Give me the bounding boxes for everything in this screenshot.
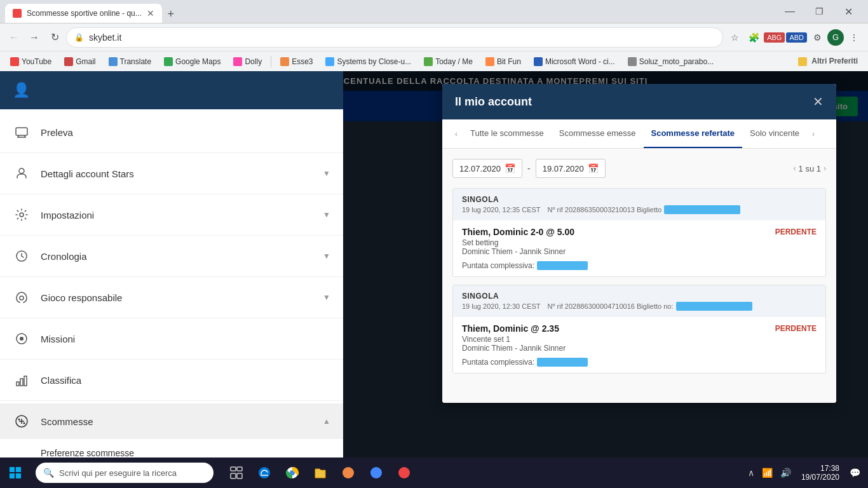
tab-scommesse-refertate[interactable]: Scommesse refertate <box>644 119 743 148</box>
new-tab-button[interactable]: + <box>162 5 180 23</box>
prev-page-arrow[interactable]: ‹ <box>794 164 796 173</box>
svg-rect-18 <box>10 467 15 472</box>
menu-button[interactable]: ⋮ <box>845 29 863 46</box>
menu-item-impostazioni[interactable]: Impostazioni ▼ <box>0 197 343 233</box>
bet-1-stake-blurred <box>537 261 588 270</box>
taskbar-chevron-icon[interactable]: ∧ <box>745 465 757 480</box>
bookmark-gmail[interactable]: Gmail <box>59 56 100 67</box>
bookmark-translate[interactable]: Translate <box>104 56 157 67</box>
preferenze-label: Preferenze scommesse <box>41 448 134 458</box>
next-page-arrow[interactable]: › <box>824 164 826 173</box>
taskbar-clock[interactable]: 17:38 19/07/2020 <box>796 464 844 482</box>
bookmarks-bar: YouTube Gmail Translate Google Maps Doll… <box>0 51 868 71</box>
menu-item-cronologia[interactable]: Cronologia ▼ <box>0 238 343 274</box>
back-button[interactable]: ← <box>5 29 23 46</box>
bookmark-msword[interactable]: Microsoft Word - ci... <box>529 56 620 67</box>
taskbar-volume-icon[interactable]: 🔊 <box>778 465 794 480</box>
bookmark-soluz[interactable]: Soluz_moto_parabo... <box>623 56 719 67</box>
menu-item-gioco-responsabile[interactable]: Gioco responsabile ▼ <box>0 280 343 315</box>
svg-rect-10 <box>17 382 19 386</box>
divider-4 <box>0 276 343 277</box>
taskbar-icon-unknown-1[interactable] <box>336 460 361 485</box>
divider-6 <box>0 359 343 360</box>
modal-title: Il mio account <box>455 95 532 109</box>
bookmark-star-button[interactable]: ☆ <box>726 29 743 46</box>
taskbar-network-icon[interactable]: 📶 <box>759 465 775 480</box>
bet-1-ref-row: 19 lug 2020, 12:35 CEST Nº rif 202886350… <box>462 205 817 214</box>
menu-item-scommesse[interactable]: Scommesse ▲ <box>0 403 343 439</box>
tab-tutte-scommesse[interactable]: Tutte le scommesse <box>463 119 552 148</box>
taskbar-icon-chrome[interactable] <box>280 460 305 485</box>
dettagli-label: Dettagli account Stars <box>41 168 313 179</box>
bookmark-bitfun[interactable]: Bit Fun <box>480 56 526 67</box>
gioco-arrow: ▼ <box>323 293 330 302</box>
bookmark-maps[interactable]: Google Maps <box>159 56 226 67</box>
divider-5 <box>0 318 343 318</box>
tabs-right-arrow[interactable]: › <box>807 125 820 144</box>
lock-icon: 🔒 <box>74 33 84 42</box>
bookmark-esse3[interactable]: Esse3 <box>275 56 318 67</box>
extensions-button[interactable]: 🧩 <box>745 29 763 46</box>
taskbar-icon-task-view[interactable] <box>224 460 249 485</box>
bookmark-youtube[interactable]: YouTube <box>5 56 57 67</box>
tab-scommesse-emesse[interactable]: Scommesse emesse <box>552 119 644 148</box>
tabs-bar: Scommesse sportive online - qu... ✕ + — … <box>0 0 868 23</box>
date-from-input[interactable]: 12.07.2020 📅 <box>452 159 522 178</box>
bet-2-ref-prefix: Nº rif 202886300004710016 Biglietto no: <box>548 302 674 310</box>
address-bar[interactable]: 🔒 skybet.it <box>66 27 723 48</box>
taskbar-icon-files[interactable] <box>308 460 333 485</box>
extensions-puzzle-button[interactable]: ⚙ <box>808 29 826 46</box>
bitfun-favicon <box>485 57 494 66</box>
bet-card-1-header: SINGOLA 19 lug 2020, 12:35 CEST Nº rif 2… <box>453 189 825 220</box>
menu-item-classifica[interactable]: Classifica <box>0 362 343 398</box>
scommesse-label: Scommesse <box>41 416 313 427</box>
bookmark-translate-label: Translate <box>120 57 152 66</box>
taskbar-icon-unknown-3[interactable] <box>391 460 417 485</box>
clock-date: 19/07/2020 <box>801 473 839 482</box>
modal-header: Il mio account ✕ <box>442 84 836 119</box>
date-to-input[interactable]: 19.07.2020 📅 <box>536 159 606 178</box>
bookmark-dolly[interactable]: Dolly <box>228 56 267 67</box>
menu-item-preleva[interactable]: Preleva <box>0 114 343 150</box>
active-tab[interactable]: Scommesse sportive online - qu... ✕ <box>5 4 162 23</box>
tab-close-button[interactable]: ✕ <box>147 8 154 18</box>
bookmark-dolly-label: Dolly <box>245 57 262 66</box>
bookmark-systems[interactable]: Systems by Close-u... <box>320 56 416 67</box>
extension-icons: ABG ABD <box>764 32 807 43</box>
bookmark-esse3-label: Esse3 <box>292 57 313 66</box>
impostazioni-icon <box>13 206 31 224</box>
scommesse-arrow: ▲ <box>323 417 330 426</box>
notification-icon[interactable]: 💬 <box>847 465 863 480</box>
maps-favicon <box>164 57 173 66</box>
ext-icon-2[interactable]: ABD <box>786 32 807 43</box>
ext-icon-1[interactable]: ABG <box>764 32 785 43</box>
gioco-label: Gioco responsabile <box>41 292 313 303</box>
altri-preferiti-icon <box>798 57 807 66</box>
bookmark-today[interactable]: Today / Me <box>419 56 478 67</box>
forward-button[interactable]: → <box>25 29 43 46</box>
bookmarks-divider <box>271 56 271 67</box>
close-window-button[interactable]: ✕ <box>834 0 863 23</box>
bet-2-result: PERDENTE <box>775 324 817 333</box>
taskbar: 🔍 Scrivi qui per eseguire la ricerca ∧ <box>0 458 868 488</box>
altri-preferiti-button[interactable]: Altri Preferiti <box>793 55 863 67</box>
svg-rect-22 <box>231 467 236 471</box>
taskbar-icon-edge[interactable] <box>252 460 277 485</box>
bet-1-ticket-blurred <box>664 205 740 214</box>
restore-button[interactable]: ❐ <box>804 0 834 23</box>
tab-solo-vincente[interactable]: Solo vincente <box>742 119 807 148</box>
account-button[interactable]: G <box>827 29 844 46</box>
menu-item-missioni[interactable]: Missioni <box>0 321 343 356</box>
reload-button[interactable]: ↻ <box>46 29 64 46</box>
tabs-left-arrow[interactable]: ‹ <box>450 125 463 144</box>
taskbar-icon-unknown-2[interactable] <box>363 460 389 485</box>
browser-frame: Scommesse sportive online - qu... ✕ + — … <box>0 0 868 71</box>
minimize-button[interactable]: — <box>775 0 804 23</box>
menu-item-dettagli[interactable]: Dettagli account Stars ▼ <box>0 156 343 191</box>
taskbar-search[interactable]: 🔍 Scrivi qui per eseguire la ricerca <box>36 463 214 483</box>
bookmark-bitfun-label: Bit Fun <box>497 57 521 66</box>
start-button[interactable] <box>0 458 31 488</box>
bet-2-teams: Dominic Thiem - Jannik Sinner <box>462 344 817 353</box>
url-text: skybet.it <box>89 32 715 43</box>
modal-close-button[interactable]: ✕ <box>813 94 824 109</box>
